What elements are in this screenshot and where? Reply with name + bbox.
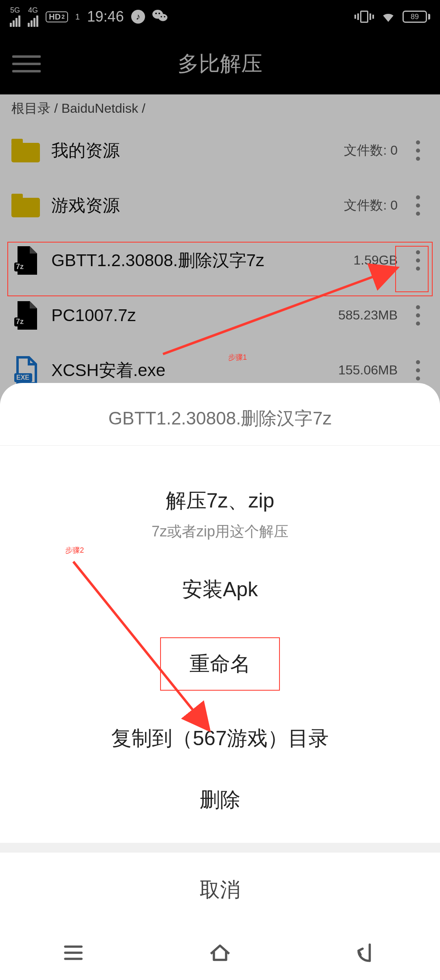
- sheet-option-label: 解压7z、zip: [0, 487, 440, 514]
- action-sheet: GBTT1.2.30808.删除汉字7z 解压7z、zip7z或者zip用这个解…: [0, 383, 440, 927]
- sheet-option-label: 重命名: [189, 650, 251, 678]
- sheet-cancel-button[interactable]: 取消: [0, 853, 440, 927]
- sheet-option-sub: 7z或者zip用这个解压: [0, 522, 440, 542]
- nav-home-icon[interactable]: [208, 941, 232, 967]
- sheet-option-label: 复制到（567游戏）目录: [0, 725, 440, 752]
- sheet-option[interactable]: 安装Apk: [0, 559, 440, 620]
- annotation-step2-label: 步骤2: [65, 545, 84, 555]
- sheet-title: GBTT1.2.30808.删除汉字7z: [0, 383, 440, 445]
- sheet-option[interactable]: 复制到（567游戏）目录: [0, 708, 440, 769]
- sheet-option[interactable]: 重命名: [0, 620, 440, 708]
- sheet-option[interactable]: 删除: [0, 769, 440, 831]
- nav-back-icon[interactable]: [354, 941, 379, 967]
- annotation-step1-label: 步骤1: [228, 352, 247, 362]
- annotation-highlight-option: 重命名: [160, 637, 280, 691]
- nav-recent-icon[interactable]: [61, 941, 86, 967]
- sheet-option-label: 删除: [0, 786, 440, 814]
- sheet-option-label: 安装Apk: [0, 576, 440, 603]
- system-navbar: [0, 927, 440, 980]
